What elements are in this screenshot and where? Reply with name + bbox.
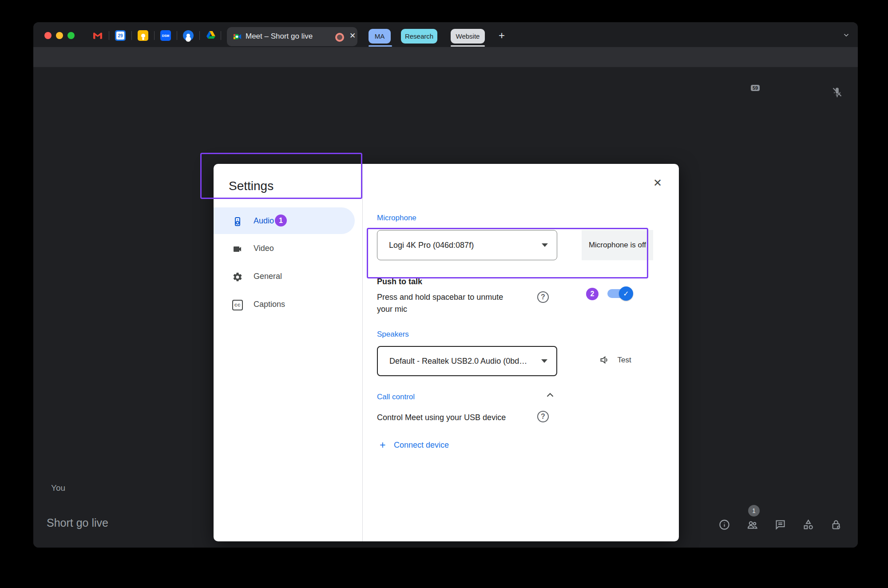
pinned-tab-gmail[interactable] xyxy=(92,30,103,41)
divider xyxy=(199,31,200,40)
tab-group-ma[interactable]: MA xyxy=(369,29,391,44)
close-window-button[interactable] xyxy=(44,32,52,39)
divider xyxy=(109,31,109,40)
settings-dialog: Settings ✕ Audio 1 Video General CC Capt… xyxy=(214,164,679,541)
sidebar-item-video[interactable]: Video xyxy=(214,237,355,262)
connect-device-label: Connect device xyxy=(394,441,449,449)
new-tab-button[interactable]: + xyxy=(499,29,505,42)
sidebar-item-label: Video xyxy=(254,244,274,253)
speaker-test-button[interactable]: Test xyxy=(599,354,631,366)
push-to-talk-help-icon[interactable]: ? xyxy=(537,291,549,303)
zoom-window-button[interactable] xyxy=(67,32,75,39)
tab-close-icon[interactable]: ✕ xyxy=(349,31,356,40)
self-tile-label: You xyxy=(51,483,65,493)
speakers-section-label: Speakers xyxy=(377,330,409,339)
call-control-description: Control Meet using your USB device xyxy=(377,412,506,424)
meet-icon xyxy=(233,32,242,41)
divider xyxy=(221,31,221,40)
browser-toolbar: meet.google.com/ydv-cybh-qqf?authuser=0 … xyxy=(33,47,858,67)
tab-title: Meet – Short go live xyxy=(246,32,313,41)
pinned-tab-contacts[interactable] xyxy=(183,30,194,41)
chat-icon[interactable] xyxy=(774,519,786,531)
push-to-talk-title: Push to talk xyxy=(377,277,422,286)
browser-window: 29 DSM Meet – Short go live ✕ xyxy=(33,22,858,548)
activities-icon[interactable] xyxy=(802,519,814,531)
minimize-window-button[interactable] xyxy=(56,32,63,39)
plus-icon: + xyxy=(380,439,385,451)
captions-cc-icon: CC xyxy=(232,300,243,310)
speaker-test-label: Test xyxy=(617,356,631,364)
sidebar-item-label: Audio xyxy=(254,216,274,226)
recording-indicator-icon xyxy=(335,33,344,42)
tab-group-website[interactable]: Website xyxy=(451,29,485,44)
connect-device-button[interactable]: + Connect device xyxy=(380,439,449,451)
dialog-close-icon[interactable]: ✕ xyxy=(651,176,664,190)
keep-bulb-icon xyxy=(141,34,145,38)
tab-meet[interactable]: Meet – Short go live ✕ xyxy=(227,27,357,46)
gmail-icon xyxy=(92,30,103,41)
microphone-section-label: Microphone xyxy=(377,214,416,222)
sidebar-item-label: General xyxy=(254,272,282,281)
speakers-device-select[interactable]: Default - Realtek USB2.0 Audio (0bd… xyxy=(377,346,557,376)
meeting-name: Short go live xyxy=(47,516,108,529)
collapse-chevron-up-icon[interactable] xyxy=(544,389,556,401)
toggle-check-icon: ✓ xyxy=(619,286,633,301)
pinned-tab-dsm[interactable]: DSM xyxy=(160,30,171,41)
volume-icon xyxy=(599,354,611,366)
annotation-box-audio xyxy=(200,153,362,199)
annotation-badge-1: 1 xyxy=(275,215,287,226)
speakers-device-value: Default - Realtek USB2.0 Audio (0bd… xyxy=(389,357,527,366)
ublock-badge: 59 xyxy=(751,85,760,91)
chevron-down-icon[interactable] xyxy=(842,31,850,39)
tab-strip: 29 DSM Meet – Short go live ✕ xyxy=(33,22,858,47)
divider xyxy=(177,31,177,40)
host-controls-lock-icon[interactable] xyxy=(830,519,842,531)
drive-icon xyxy=(206,30,216,41)
pinned-tab-calendar[interactable]: 29 xyxy=(115,30,126,41)
dropdown-caret-icon xyxy=(541,359,547,363)
divider xyxy=(154,31,155,40)
annotation-box-push-to-talk xyxy=(367,228,648,278)
tab-group-line xyxy=(451,45,485,47)
tab-group-line xyxy=(369,45,392,47)
speaker-box-icon xyxy=(232,216,243,227)
tab-group-research[interactable]: Research xyxy=(401,29,437,44)
participants-icon[interactable] xyxy=(746,519,758,531)
participants-badge: 1 xyxy=(748,505,760,516)
sidebar-item-general[interactable]: General xyxy=(214,265,355,290)
contacts-person-icon xyxy=(186,34,190,37)
sidebar-item-captions[interactable]: CC Captions xyxy=(214,293,355,318)
annotation-badge-2: 2 xyxy=(586,288,599,300)
meeting-details-icon[interactable] xyxy=(718,519,730,531)
mic-muted-indicator-icon xyxy=(831,86,843,98)
sidebar-item-label: Captions xyxy=(254,300,285,309)
call-control-help-icon[interactable]: ? xyxy=(537,411,549,422)
calendar-icon: 29 xyxy=(116,32,124,40)
call-control-section-label: Call control xyxy=(377,393,415,401)
divider xyxy=(131,31,132,40)
meet-stage: You Short go live CC ⋮ 1 Settings xyxy=(33,67,858,548)
pinned-tab-drive[interactable] xyxy=(206,30,216,41)
pinned-tab-keep[interactable] xyxy=(138,30,148,41)
push-to-talk-toggle[interactable]: ✓ xyxy=(607,289,630,298)
gear-icon xyxy=(232,272,243,282)
push-to-talk-description: Press and hold spacebar to unmute your m… xyxy=(377,291,506,315)
divider xyxy=(362,164,363,541)
video-camera-icon xyxy=(232,244,243,254)
